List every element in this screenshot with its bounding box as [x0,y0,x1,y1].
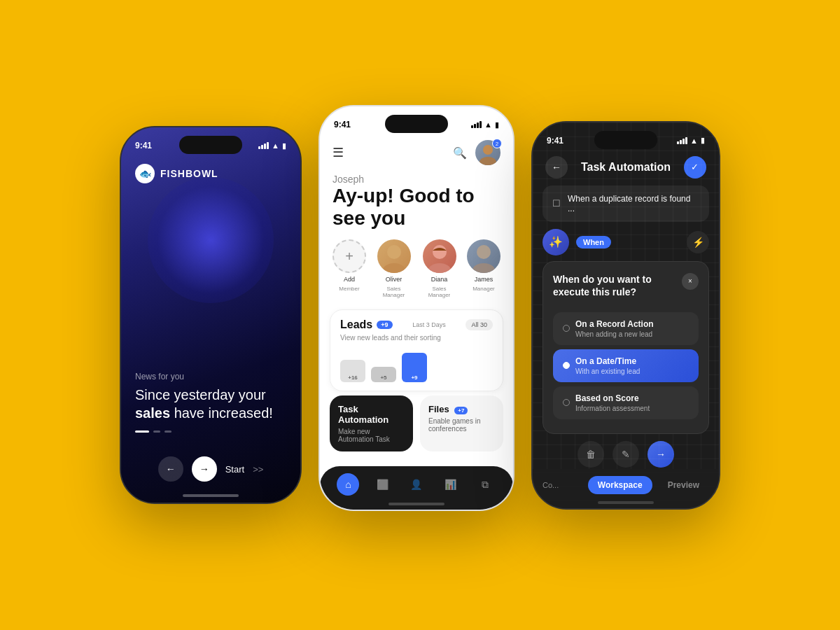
preview-tab[interactable]: Preview [658,476,709,494]
option-1-desc: When adding a new lead [575,330,654,338]
workspace-tab[interactable]: Workspace [588,476,652,494]
copy-icon: ⧉ [474,473,496,496]
bar-1: +16 [340,360,365,382]
battery-icon-3: ▮ [701,136,705,145]
svg-point-5 [428,263,451,273]
option-record-action[interactable]: On a Record Action When adding a new lea… [553,312,699,345]
forward-button-1[interactable]: → [192,456,217,482]
trash-icon: 🗑 [586,449,596,460]
status-icons-2: ▲ ▮ [471,120,499,130]
greeting-headline: Ay-up! Good to see you [332,185,500,230]
avatar-wrap[interactable]: 2 [475,140,500,165]
home-indicator-3 [598,501,654,504]
menu-icon[interactable]: ☰ [332,145,344,160]
oliver-role: Sales Manager [376,286,412,298]
when-card-section: When do you want to execute this rule? × [542,261,709,434]
task-automation-card[interactable]: Task Automation Make new Automation Task [330,396,413,451]
bottom-cards: Task Automation Make new Automation Task… [330,396,503,451]
close-button[interactable]: × [682,273,699,290]
svg-point-1 [479,157,496,165]
option-3-title: Based on Score [575,393,650,403]
back-button-1[interactable]: ← [158,456,183,482]
option-score[interactable]: Based on Score Information assessment [553,386,699,419]
phone-2: 9:41 ▲ ▮ ☰ 🔍 [318,105,514,511]
oliver-name: Oliver [386,276,402,283]
add-member[interactable]: + Add Member [332,239,366,292]
signal-icon-2 [471,121,482,128]
leads-filter[interactable]: All 30 [465,319,493,330]
home-icon: ⌂ [337,473,359,496]
question-line2: execute this rule? [553,286,636,298]
notch-3 [594,131,657,149]
leads-title-row: Leads +9 [340,318,393,331]
duplicate-text: When a duplicate record is found ... [568,194,699,214]
wand-icon[interactable]: ✨ [542,229,569,255]
search-icon-2[interactable]: 🔍 [453,146,467,160]
phone-2-header: ☰ 🔍 2 [320,137,513,171]
files-card[interactable]: Files +7 Enable games in conferences [420,396,503,451]
radio-3 [563,399,570,406]
headline-bold: sales [135,405,170,421]
phone-3: 9:41 ▲ ▮ ← Task Automation [531,121,720,510]
add-sublabel: Member [339,286,359,292]
option-3-desc: Information assessment [575,405,650,412]
check-button[interactable]: ✓ [684,156,706,178]
back-arrow-icon-3: ← [552,162,561,173]
duplicate-row[interactable]: ☐ When a duplicate record is found ... [542,186,709,222]
option-date-time[interactable]: On a Date/Time With an existing lead [553,349,699,382]
task-auto-desc: Make new Automation Task [338,428,405,443]
notch-1 [179,136,242,154]
option-1-title: On a Record Action [575,319,654,329]
option-2-title: On a Date/Time [575,356,640,366]
oliver-avatar [377,239,411,273]
svg-point-2 [387,245,401,259]
svg-point-3 [383,263,405,273]
member-oliver[interactable]: Oliver Sales Manager [376,239,412,298]
files-title-text: Files [428,404,449,414]
lightning-icon[interactable]: ⚡ [687,231,709,253]
nav-people[interactable]: 👤 [405,473,428,496]
signal-icon [258,142,269,149]
bar-1-label: +16 [348,374,358,381]
member-diana[interactable]: Diana Sales Manager [421,239,457,298]
bar-3-label: +9 [411,374,417,381]
back-button-3[interactable]: ← [545,156,568,178]
battery-icon-2: ▮ [495,120,499,130]
nav-copy[interactable]: ⧉ [474,473,496,496]
wifi-icon-3: ▲ [690,136,698,145]
dot-1 [135,430,149,433]
logo-section: 🐟 FISHBOWL [121,158,300,189]
people-icon: 👤 [405,473,428,496]
leads-card[interactable]: Leads +9 Last 3 Days All 30 View new lea… [330,309,503,391]
signal-icon-3 [677,137,687,144]
notification-badge: 2 [492,139,502,148]
header-right: 🔍 2 [453,140,500,165]
diana-avatar [423,239,456,273]
svg-point-7 [472,263,495,273]
add-label: Add [344,276,355,283]
files-badge: +7 [454,407,468,414]
phone-3-screen: 9:41 ▲ ▮ ← Task Automation [533,122,719,508]
duplicate-icon: ☐ [552,198,561,209]
phone-3-header: ← Task Automation ✓ [533,153,719,186]
option-1-content: On a Record Action When adding a new lea… [563,319,689,338]
go-button[interactable]: → [648,441,674,468]
nav-home[interactable]: ⌂ [337,473,359,496]
home-indicator-1 [183,494,239,497]
nav-chart[interactable]: 📊 [440,473,462,496]
svg-point-6 [477,245,491,259]
team-section: + Add Member Oliver Sales Manager [320,237,513,305]
svg-point-0 [483,145,493,155]
diana-role: Sales Manager [421,286,457,298]
home-indicator-2 [388,503,444,505]
nav-folder[interactable]: ⬜ [371,473,393,496]
when-tab[interactable]: When [576,236,611,248]
radio-1 [563,325,570,332]
trash-button[interactable]: 🗑 [578,441,604,468]
member-james[interactable]: James Manager [467,239,500,292]
edit-button[interactable]: ✎ [612,441,639,468]
folder-icon: ⬜ [371,473,393,496]
bar-2: +5 [371,367,396,382]
status-icons-1: ▲ ▮ [258,141,286,150]
dot-3 [164,430,172,433]
